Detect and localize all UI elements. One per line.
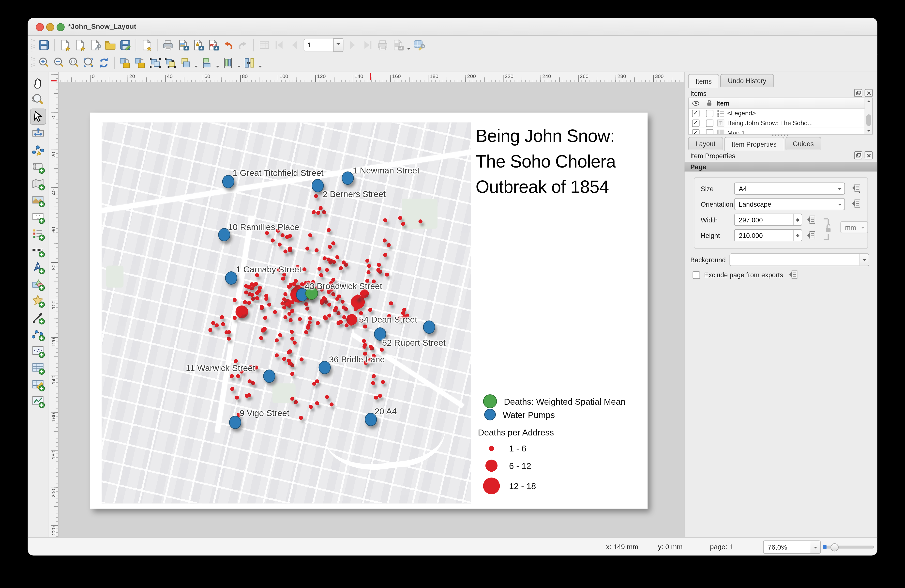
add-shape-tool[interactable] [30,276,46,292]
save-as-template-button[interactable] [118,38,133,52]
tab-guides[interactable]: Guides [785,137,821,149]
zoom-tool-tool[interactable] [30,92,46,108]
edit-nodes-item-tool[interactable] [30,142,46,158]
move-item-content-tool[interactable] [30,125,46,141]
align-items-button[interactable] [199,56,214,70]
zoom-full-button[interactable] [81,56,97,70]
dropdown-arrow-icon[interactable] [214,54,221,72]
dropdown-arrow-icon[interactable] [257,54,263,72]
tab-item-properties[interactable]: Item Properties [724,137,784,151]
pan-layout-tool[interactable] [30,75,46,91]
new-layout-button[interactable] [58,38,73,52]
item-lock-checkbox[interactable] [705,110,713,117]
minimize-window-button[interactable] [46,23,54,31]
add-map-tool[interactable] [30,175,46,192]
data-defined-override-icon[interactable] [806,214,817,226]
add-north-arrow-tool[interactable]: N [30,259,46,275]
atlas-last-button[interactable] [360,38,375,52]
add-attribute-table-tool[interactable] [30,360,46,376]
float-panel-icon[interactable] [854,151,862,159]
export-as-image-button[interactable] [175,38,191,52]
spin-down-icon[interactable] [796,220,799,223]
atlas-prev-button[interactable] [287,38,302,52]
ungroup-items-button[interactable] [163,56,178,70]
redo-button[interactable] [236,38,251,52]
add-arrow-tool[interactable] [30,310,46,326]
unlock-all-items-button[interactable] [133,56,148,70]
item-row[interactable]: ✓TBeing John Snow: The Soho... [689,118,872,128]
data-defined-override-icon[interactable] [851,183,862,194]
items-scrollbar[interactable] [865,98,872,134]
add-picture-tool[interactable] [30,192,46,209]
toolbar-handle[interactable] [31,39,35,51]
save-project-button[interactable] [37,38,51,52]
add-node-item-tool[interactable] [30,326,46,342]
atlas-page-value[interactable]: 1 [303,39,333,51]
float-panel-icon[interactable] [854,89,862,97]
maximize-window-button[interactable] [57,23,65,31]
panel-splitter-handle[interactable] [772,135,789,136]
item-visibility-checkbox[interactable]: ✓ [692,119,699,127]
spin-down-icon[interactable] [796,235,799,238]
zoom-slider-handle[interactable] [830,543,838,551]
close-panel-icon[interactable] [865,151,873,159]
print-layout-button[interactable] [160,38,175,52]
spin-up-icon[interactable] [796,232,799,235]
item-visibility-checkbox[interactable]: ✓ [692,129,699,135]
atlas-page-dropdown[interactable] [333,38,343,52]
new-report-button[interactable] [139,38,154,52]
background-color-swatch[interactable] [730,253,869,266]
item-lock-checkbox[interactable] [705,129,713,135]
tab-undo-history[interactable]: Undo History [720,74,774,87]
item-row[interactable]: ✓<Legend> [689,108,872,118]
link-width-height-icon[interactable] [821,216,834,242]
undo-button[interactable] [221,38,236,52]
export-as-svg-button[interactable] [191,38,205,52]
exclude-page-checkbox[interactable] [692,271,700,279]
add-scalebar-tool[interactable] [30,243,46,259]
atlas-first-button[interactable] [272,38,287,52]
zoom-level-combo[interactable]: 76.0% [763,540,821,554]
zoom-actual-button[interactable]: 1:1 [67,56,81,70]
spin-up-icon[interactable] [796,216,799,220]
units-combo[interactable]: mm [840,221,868,233]
refresh-view-button[interactable] [97,56,111,70]
add-items-from-template-button[interactable] [103,38,118,52]
item-visibility-checkbox[interactable]: ✓ [692,110,699,117]
page-size-combo[interactable]: A4 [734,183,845,195]
layout-manager-button[interactable] [88,38,103,52]
add-html-tool[interactable]: </> [30,343,46,359]
print-atlas-button[interactable] [375,38,390,52]
data-defined-override-icon[interactable] [806,230,817,242]
item-row[interactable]: ✓Map 1 [689,128,872,135]
add-elevation-profile-tool[interactable] [30,393,46,409]
close-window-button[interactable] [36,23,44,31]
dropdown-arrow-icon[interactable] [405,37,412,54]
close-panel-icon[interactable] [865,89,873,97]
resize-items-button[interactable] [242,56,257,70]
lock-selected-items-button[interactable] [118,56,133,70]
zoom-out-button[interactable] [51,56,67,70]
add-marker-tool[interactable] [30,293,46,309]
add-legend-tool[interactable] [30,226,46,242]
data-defined-override-icon[interactable] [851,198,862,210]
atlas-settings-button[interactable] [411,38,426,52]
tab-layout[interactable]: Layout [688,137,723,149]
height-spinbox[interactable]: 210.000 [734,229,802,242]
layout-canvas[interactable]: 1 Great Titchfield Street1 Newman Street… [59,83,684,537]
item-lock-checkbox[interactable] [705,119,713,127]
atlas-page-spinbox[interactable]: 1 [303,39,343,51]
add-fixed-table-tool[interactable] [30,377,46,393]
map-item[interactable]: 1 Great Titchfield Street1 Newman Street… [102,122,471,504]
data-defined-override-icon[interactable] [788,269,799,281]
add-page-tool[interactable] [30,159,46,175]
atlas-next-button[interactable] [345,38,360,52]
layout-title-item[interactable]: Being John Snow: The Soho Cholera Outbre… [476,123,644,199]
dropdown-arrow-icon[interactable] [236,54,242,72]
zoom-in-button[interactable] [37,56,51,70]
dropdown-arrow-icon[interactable] [193,54,199,72]
zoom-slider[interactable] [827,546,874,549]
select-move-item-tool[interactable] [30,108,46,125]
atlas-preview-button[interactable] [257,38,272,52]
toolbar-handle[interactable] [31,57,35,69]
